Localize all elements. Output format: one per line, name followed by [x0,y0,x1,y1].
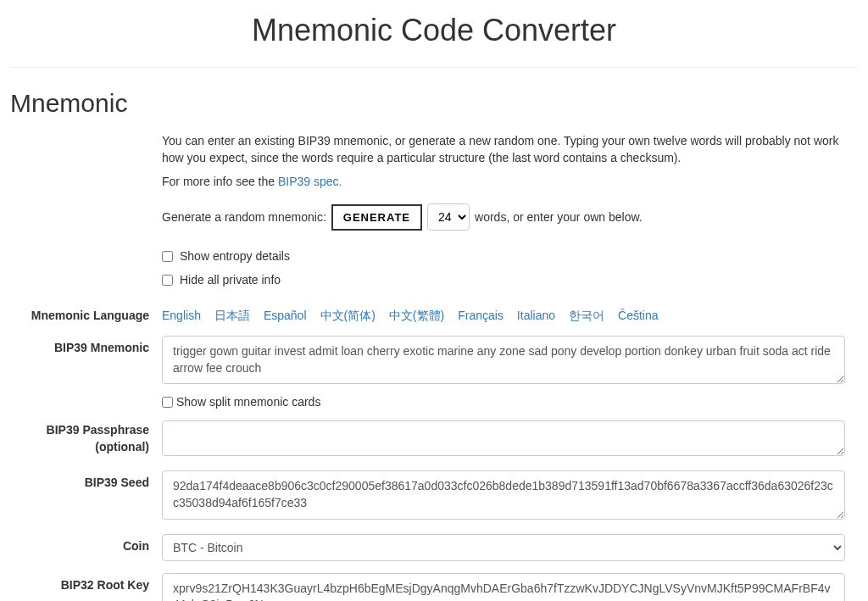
split-cards-checkbox[interactable] [162,397,173,408]
root-key-row: BIP32 Root Key [10,573,858,601]
coin-select[interactable]: BTC - Bitcoin [162,534,845,561]
title-divider [10,67,858,68]
spec-prefix: For more info see the [162,175,278,188]
lang-japanese[interactable]: 日本語 [214,309,250,324]
show-entropy-label: Show entropy details [180,249,290,263]
lang-korean[interactable]: 한국어 [569,309,604,324]
mnemonic-row: BIP39 Mnemonic Show split mnemonic cards [10,336,858,409]
language-list: English 日本語 Español 中文(简体) 中文(繁體) França… [162,303,845,324]
show-entropy-checkbox[interactable] [162,251,173,262]
show-entropy-row: Show entropy details [162,249,845,263]
split-cards-label: Show split mnemonic cards [176,395,320,409]
bip39-spec-link[interactable]: BIP39 spec. [278,175,342,188]
section-heading: Mnemonic [10,89,858,118]
generate-prefix: Generate a random mnemonic: [162,210,326,224]
lang-english[interactable]: English [162,309,201,324]
coin-label: Coin [10,534,162,553]
lang-chinese-simplified[interactable]: 中文(简体) [320,309,376,324]
generate-row: Generate a random mnemonic: GENERATE 24 … [162,203,845,231]
generate-button[interactable]: GENERATE [331,204,422,231]
word-count-select[interactable]: 24 [427,203,470,231]
hide-private-checkbox[interactable] [162,275,173,286]
spec-line: For more info see the BIP39 spec. [162,175,845,188]
seed-label: BIP39 Seed [10,470,162,489]
mnemonic-input[interactable] [162,336,845,384]
mnemonic-label: BIP39 Mnemonic [10,336,162,354]
root-key-input[interactable] [162,573,845,601]
intro-text: You can enter an existing BIP39 mnemonic… [162,133,845,166]
lang-czech[interactable]: Čeština [618,309,658,324]
language-row: Mnemonic Language English 日本語 Español 中文… [10,303,858,324]
lang-chinese-traditional[interactable]: 中文(繁體) [389,309,444,324]
passphrase-row: BIP39 Passphrase (optional) [10,420,858,459]
lang-italian[interactable]: Italiano [517,309,555,324]
hide-private-label: Hide all private info [180,273,281,287]
seed-input[interactable] [162,470,845,519]
passphrase-input[interactable] [162,420,845,456]
hide-private-row: Hide all private info [162,273,845,287]
page-title: Mnemonic Code Converter [10,13,858,48]
generate-suffix: words, or enter your own below. [475,210,643,224]
coin-row: Coin BTC - Bitcoin [10,534,858,561]
lang-spanish[interactable]: Español [264,309,307,324]
passphrase-label: BIP39 Passphrase (optional) [10,420,162,455]
root-key-label: BIP32 Root Key [10,573,162,592]
split-cards-row: Show split mnemonic cards [162,395,845,409]
seed-row: BIP39 Seed [10,470,858,521]
language-label: Mnemonic Language [10,303,162,322]
lang-french[interactable]: Français [458,309,504,324]
